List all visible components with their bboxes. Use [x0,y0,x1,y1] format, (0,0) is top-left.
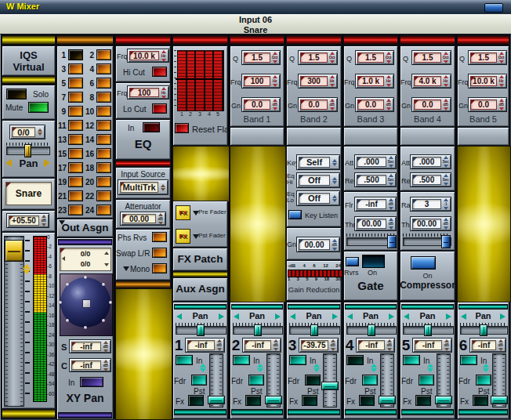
band-gn-value[interactable]: 0.0 [244,100,270,110]
aux-fader-handle[interactable] [491,396,508,404]
phs-rvs-button[interactable] [152,232,167,242]
spinner-arrows-icon[interactable]: dB [102,342,109,351]
aux-pan-handle[interactable] [254,324,262,336]
band-gn-spinner[interactable]: 0.0dB [468,97,507,112]
key-gn-spinner[interactable]: 00.00dB [296,237,340,252]
spinner-arrows-icon[interactable]: Sec [387,157,394,167]
xy-s-value[interactable]: -inf [71,342,101,351]
out-asgn-button[interactable] [96,205,111,215]
comp-rel-spinner[interactable]: .500Sec [410,172,451,187]
band-gn-value[interactable]: 0.0 [357,100,384,110]
aux-fdr-button[interactable] [191,375,207,386]
aux-pan-handle[interactable] [368,324,375,336]
attenuator-spinner[interactable]: 00.00dB [120,212,166,226]
spinner-arrows-icon[interactable]: dB [443,340,450,350]
spinner-arrows-icon[interactable] [36,127,43,137]
compressor-on-button[interactable] [411,256,436,270]
band-gn-spinner[interactable]: 0.0dB [298,97,338,112]
aux-fdr-button[interactable] [476,375,491,386]
spinner-arrows-icon[interactable]: Hz [271,76,278,86]
aux-in-button[interactable] [233,355,250,365]
eq-graph[interactable] [177,50,224,111]
channel-pair-spinner[interactable]: 0/0 [9,125,45,139]
master-gain-spinner[interactable]: +05.50dB [6,213,49,228]
aux-fader-handle[interactable] [265,396,282,404]
aux-fx-button[interactable] [302,395,317,406]
comp-rat-spinner[interactable]: 3:1 [410,197,451,212]
out-asgn-button[interactable] [96,78,111,89]
band-frq-value[interactable]: 1.0 k [357,76,384,86]
band-frq-spinner[interactable]: 300Hz [298,74,338,89]
channel-name[interactable]: Snare [5,182,52,205]
aux-send-level[interactable]: -infdB [469,338,506,353]
aux-in-button[interactable] [176,355,193,365]
fx-pst-icon[interactable]: FX [176,229,190,244]
lo-cut-button[interactable] [152,103,167,114]
band-q-value[interactable]: 1.5 [357,52,384,63]
channel-pair-value[interactable]: 0/0 [12,127,35,137]
mono-button[interactable] [152,263,167,273]
aux-fx-button[interactable] [245,395,261,406]
aux-send-value[interactable]: -39.75 [301,340,328,350]
aux-fdr-button[interactable] [305,375,321,386]
aux-pan-handle[interactable] [310,324,318,336]
aux-in-button[interactable] [460,355,477,365]
aux-send-level[interactable]: -39.75dB [299,338,339,353]
aux-fader-handle[interactable] [435,396,452,404]
spinner-arrows-icon[interactable]: dB [498,100,505,110]
gate-rel-value[interactable]: .500 [357,175,386,185]
xy-c-value[interactable]: -inf [71,360,101,370]
aux-fader-handle[interactable] [379,396,396,404]
spinner-arrows-icon[interactable]: Hz [160,88,167,97]
band-q-spinner[interactable]: 1.5Oct [355,50,394,65]
spinner-arrows-icon[interactable]: dB [272,340,279,350]
key-source-value[interactable]: Self [299,157,330,168]
pan-right-icon[interactable] [44,159,50,167]
comp-thr-value[interactable]: 00.00 [412,219,441,229]
spinner-arrows-icon[interactable]: dB [102,360,109,370]
aux-send-value[interactable]: -inf [358,340,385,350]
band-q-spinner[interactable]: 1.5Oct [411,50,451,65]
band-q-spinner[interactable]: 1.5Oct [468,50,507,65]
comp-thr-spinner[interactable]: 00.00dB [410,216,451,231]
spinner-arrows-icon[interactable]: dB [40,215,47,226]
pan-right-icon[interactable] [332,313,338,320]
aux-send-value[interactable]: -inf [415,340,442,350]
spinner-arrows-icon[interactable]: Sec [442,157,449,167]
aux-fader-nudge[interactable] [257,364,263,372]
gate-rvrs-button[interactable] [346,257,359,266]
aux-send-value[interactable]: -inf [472,340,496,350]
aux-send-level[interactable]: -infdB [356,338,395,353]
mute-button[interactable] [28,102,49,113]
spinner-arrows-icon[interactable]: dB [497,340,504,350]
key-eq-hi-value[interactable]: Off [299,175,330,186]
gate-flr-spinner[interactable]: -infdB [354,197,397,212]
out-asgn-button[interactable] [96,148,111,159]
aux-fader-handle[interactable] [208,396,225,404]
aux-in-button[interactable] [289,355,306,365]
spinner-arrows-icon[interactable]: dB [328,100,335,110]
xy-display-up-arrow-icon[interactable] [104,252,109,255]
key-source-dropdown[interactable]: Self [296,154,340,170]
input-source-value[interactable]: MultiTrk [120,182,158,193]
out-asgn-button[interactable] [96,92,111,103]
band-frq-spinner[interactable]: 10.0 kHz [468,74,507,89]
attenuator-value[interactable]: 00.00 [122,214,156,223]
band-q-spinner[interactable]: 1.5Oct [241,50,281,65]
out-asgn-button[interactable] [96,63,111,74]
comp-slider-handle[interactable] [441,235,451,248]
spinner-arrows-icon[interactable]: dB [216,340,223,350]
aux-in-button[interactable] [403,355,420,365]
dropdown-arrows-icon[interactable] [331,157,338,168]
aux-in-button[interactable] [346,355,364,365]
band-q-value[interactable]: 1.5 [244,52,270,63]
reset-flat-button[interactable] [175,123,189,133]
aux-send-value[interactable]: -inf [245,340,271,350]
gate-rel-spinner[interactable]: .500Sec [354,172,397,187]
band-gn-spinner[interactable]: 0.0dB [411,97,451,112]
key-gn-value[interactable]: 00.00 [299,239,330,250]
spinner-arrows-icon[interactable]: Hz [385,76,392,86]
gate-att-spinner[interactable]: .000Sec [354,154,397,169]
dropdown-arrows-icon[interactable] [159,182,166,193]
input-source-dropdown[interactable]: MultiTrk [118,179,169,195]
